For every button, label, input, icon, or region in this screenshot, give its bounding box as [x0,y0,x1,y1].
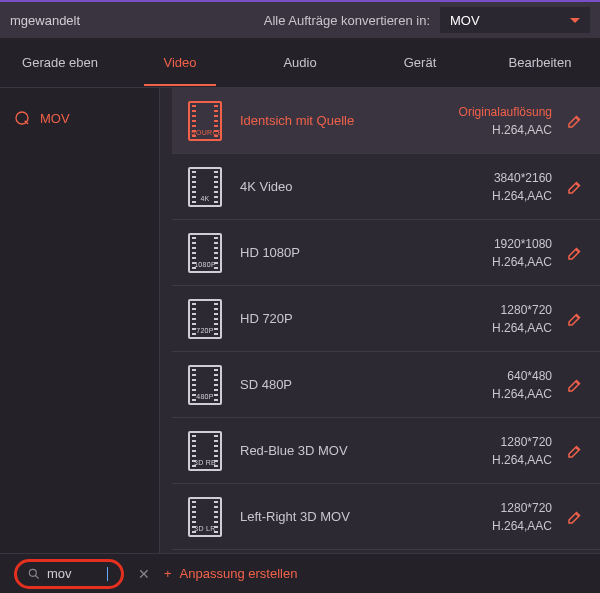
preset-codec: H.264,AAC [492,319,552,337]
add-custom-button[interactable]: + Anpassung erstellen [164,566,297,581]
edit-preset-button[interactable] [566,244,584,262]
preset-codec: H.264,AAC [492,253,552,271]
plus-icon: + [164,566,172,581]
preset-list[interactable]: SOURCEIdentsich mit QuelleOriginalauflös… [160,88,600,553]
preset-meta: 1280*720H.264,AAC [492,301,552,337]
format-tag: 3D RB [191,458,219,468]
preset-name: SD 480P [240,377,492,392]
format-tag: 1080P [191,260,219,270]
format-icon: 4K [188,167,222,207]
convert-all-label: Alle Aufträge konvertieren in: [264,13,430,28]
tab-edit[interactable]: Bearbeiten [480,55,600,70]
preset-resolution: 1280*720 [492,499,552,517]
caret-down-icon [570,18,580,23]
search-icon [27,567,41,581]
search-input-wrapper[interactable] [14,559,124,589]
quicktime-icon [14,110,30,126]
add-custom-label: Anpassung erstellen [180,566,298,581]
topbar-left-text: mgewandelt [10,13,80,28]
edit-preset-button[interactable] [566,442,584,460]
preset-resolution: 1280*720 [492,301,552,319]
preset-meta: 1280*720H.264,AAC [492,499,552,535]
bottom-bar: ✕ + Anpassung erstellen [0,553,600,593]
preset-codec: H.264,AAC [459,121,552,139]
sidebar-item-label: MOV [40,111,70,126]
format-tag: 3D LR [191,524,219,534]
topbar: mgewandelt Alle Aufträge konvertieren in… [0,0,600,38]
format-tag: 4K [191,194,219,204]
format-icon: SOURCE [188,101,222,141]
preset-meta: OriginalauflösungH.264,AAC [459,103,552,139]
convert-format-value: MOV [450,13,480,28]
format-icon: 3D RB [188,431,222,471]
preset-meta: 3840*2160H.264,AAC [492,169,552,205]
tab-recent[interactable]: Gerade eben [0,55,120,70]
format-icon: 1080P [188,233,222,273]
format-icon: 3D LR [188,497,222,537]
edit-preset-button[interactable] [566,112,584,130]
preset-name: 4K Video [240,179,492,194]
search-input[interactable] [47,566,107,581]
preset-meta: 1280*720H.264,AAC [492,433,552,469]
clear-search-button[interactable]: ✕ [138,566,150,582]
preset-meta: 640*480H.264,AAC [492,367,552,403]
edit-preset-button[interactable] [566,310,584,328]
preset-name: HD 720P [240,311,492,326]
tab-video[interactable]: Video [120,55,240,70]
preset-resolution: 1920*1080 [492,235,552,253]
preset-codec: H.264,AAC [492,187,552,205]
format-icon: 480P [188,365,222,405]
preset-row[interactable]: 3D LRLeft-Right 3D MOV1280*720H.264,AAC [172,484,600,550]
preset-name: Identsich mit Quelle [240,113,459,128]
preset-row[interactable]: SOURCEIdentsich mit QuelleOriginalauflös… [172,88,600,154]
preset-name: HD 1080P [240,245,492,260]
preset-row[interactable]: 4K4K Video3840*2160H.264,AAC [172,154,600,220]
preset-row[interactable]: 3D RBRed-Blue 3D MOV1280*720H.264,AAC [172,418,600,484]
preset-name: Red-Blue 3D MOV [240,443,492,458]
preset-resolution: Originalauflösung [459,103,552,121]
preset-codec: H.264,AAC [492,451,552,469]
edit-preset-button[interactable] [566,376,584,394]
edit-preset-button[interactable] [566,508,584,526]
edit-preset-button[interactable] [566,178,584,196]
preset-name: Left-Right 3D MOV [240,509,492,524]
sidebar: MOV [0,88,160,553]
preset-resolution: 640*480 [492,367,552,385]
preset-row[interactable]: 720PHD 720P1280*720H.264,AAC [172,286,600,352]
svg-point-1 [29,569,36,576]
tab-audio[interactable]: Audio [240,55,360,70]
format-tag: 480P [191,392,219,402]
sidebar-item-mov[interactable]: MOV [0,102,159,134]
tab-device[interactable]: Gerät [360,55,480,70]
preset-meta: 1920*1080H.264,AAC [492,235,552,271]
preset-row[interactable]: 480PSD 480P640*480H.264,AAC [172,352,600,418]
preset-resolution: 1280*720 [492,433,552,451]
preset-codec: H.264,AAC [492,517,552,535]
format-tag: 720P [191,326,219,336]
format-tag: SOURCE [191,128,219,138]
preset-codec: H.264,AAC [492,385,552,403]
preset-row[interactable]: 1080PHD 1080P1920*1080H.264,AAC [172,220,600,286]
preset-resolution: 3840*2160 [492,169,552,187]
format-icon: 720P [188,299,222,339]
convert-format-select[interactable]: MOV [440,7,590,33]
tabs: Gerade eben Video Audio Gerät Bearbeiten [0,38,600,88]
